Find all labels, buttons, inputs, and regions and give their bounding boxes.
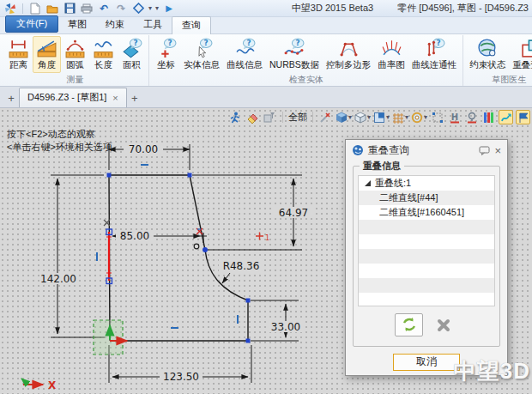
tab-close-icon[interactable]: × [112, 94, 118, 102]
customize-dropdown-icon[interactable]: ▾ [155, 4, 159, 12]
svg-text:70.00: 70.00 [129, 143, 158, 155]
document-title: 零件 [D4596], 草图 - [D4596.Z3 [397, 2, 529, 15]
dialog-title-bar[interactable]: 重叠查询 × [346, 140, 507, 161]
tab-sketch[interactable]: 草图 [58, 16, 96, 33]
dialog-title: 重叠查询 [368, 143, 475, 158]
delete-button[interactable] [430, 313, 458, 336]
document-tab-active[interactable]: D4596.Z3 - [草图1] × [19, 88, 127, 107]
ribbon: 距离 角度 圆弧 长度 面积 测量 [0, 33, 532, 87]
ribbon-group-measure: 距离 角度 圆弧 长度 面积 测量 [2, 35, 149, 86]
new-tab-button[interactable]: + [127, 92, 142, 107]
file-menu-button[interactable]: 文件(F) [5, 15, 58, 33]
svg-text:R48.36: R48.36 [223, 260, 260, 272]
tree-empty-row [359, 249, 494, 264]
tab-tools[interactable]: 工具 [134, 16, 172, 33]
curve-info-button[interactable]: 曲线信息 [223, 36, 266, 73]
app-logo-icon[interactable] [3, 2, 17, 15]
tree-node-line[interactable]: 二维直线[#1660451] [359, 205, 494, 220]
sketch-points[interactable] [106, 173, 251, 343]
dim-offset[interactable]: 85.00 [112, 230, 200, 242]
open-folder-icon[interactable] [45, 2, 59, 15]
cancel-button[interactable]: 取消 [393, 354, 460, 371]
undo-icon[interactable]: ↶ [97, 2, 111, 15]
overlap-query-icon [520, 38, 532, 59]
zw3d-window: ↶ ↷ ▾ ▾ ▶ 中望3D 2015 Beta3 零件 [D4596], 草图… [0, 0, 532, 394]
svg-text:123.50: 123.50 [163, 371, 199, 383]
curvature-plot-icon [381, 38, 402, 59]
refresh-icon [401, 316, 418, 333]
overlap-tree[interactable]: 重叠线:1 二维直线[#44] 二维直线[#1660451] [358, 175, 495, 306]
dim-top-width[interactable]: 70.00 [109, 143, 190, 170]
overlap-info-group: 重叠信息 重叠线:1 二维直线[#44] 二维直线[#1660451] [353, 166, 500, 347]
delete-x-icon [437, 317, 452, 332]
overlap-info-label: 重叠信息 [360, 160, 404, 173]
menu-bar: 文件(F) 草图 约束 工具 查询 [0, 17, 532, 33]
title-bar: ↶ ↷ ▾ ▾ ▶ 中望3D 2015 Beta3 零件 [D4596], 草图… [0, 0, 532, 17]
tab-inquire[interactable]: 查询 [172, 16, 211, 34]
tree-empty-row [359, 278, 494, 293]
arc-button[interactable]: 圆弧 [61, 36, 89, 73]
dim-step-height[interactable]: 33.00 [251, 300, 304, 341]
tree-empty-row [359, 220, 494, 234]
tree-node-root[interactable]: 重叠线:1 [359, 176, 494, 191]
control-polygon-icon [338, 38, 360, 59]
app-title: 中望3D 2015 Beta3 [292, 2, 373, 15]
area-button[interactable]: 面积 [118, 36, 146, 73]
tree-expander-icon[interactable] [365, 180, 371, 186]
overlap-query-button[interactable]: 重叠查询 [509, 36, 532, 73]
curve-info-icon [234, 38, 256, 59]
redo-icon[interactable]: ↷ [114, 2, 128, 15]
dim-left-height[interactable]: 142.00 [39, 175, 105, 337]
new-file-icon[interactable] [28, 2, 42, 15]
help-bubble-icon[interactable] [479, 146, 490, 155]
sketch-viewport[interactable]: 全部 ▾ ▾ ▾ ▾ ▾ [0, 108, 532, 394]
distance-icon [8, 38, 29, 59]
distance-button[interactable]: 距离 [4, 36, 33, 73]
constraint-status-button[interactable]: 约束状态 [466, 36, 509, 73]
group-label-inspect: 检查实体 [152, 74, 460, 86]
group-label-sketch-doctor: 草图医生 [466, 74, 532, 86]
play-icon[interactable]: ▶ [162, 2, 176, 15]
origin-marker[interactable] [94, 320, 127, 355]
entity-info-button[interactable]: 实体信息 [180, 36, 223, 73]
profile-lines[interactable] [109, 175, 248, 341]
tab-constraint[interactable]: 约束 [96, 16, 134, 33]
fillet-arc [205, 250, 248, 300]
print-icon[interactable] [80, 2, 94, 15]
dim-right-height[interactable]: 64.97 [192, 175, 312, 250]
length-button[interactable]: 长度 [89, 36, 118, 73]
tree-empty-row [359, 234, 494, 249]
save-icon[interactable] [63, 2, 76, 15]
dialog-actions [358, 306, 495, 342]
divider [22, 3, 23, 14]
tree-node-line[interactable]: 二维直线[#44] [359, 191, 494, 205]
refresh-button[interactable] [395, 313, 423, 336]
add-tab-button[interactable]: + [3, 92, 19, 107]
control-polygon-button[interactable]: 控制多边形 [323, 36, 375, 73]
constraint-status-icon [477, 38, 499, 59]
svg-text:1: 1 [265, 234, 269, 242]
dialog-app-icon [352, 144, 364, 156]
ribbon-group-sketch-doctor: 约束状态 重叠查询 草图医生 [463, 35, 532, 86]
axis-x-label: X [48, 379, 57, 391]
curve-connectivity-button[interactable]: 曲线连通性 [408, 36, 461, 73]
angle-button[interactable]: 角度 [33, 36, 61, 73]
regen-dropdown-icon[interactable]: ▾ [148, 4, 152, 12]
angle-icon [36, 38, 57, 59]
tree-empty-row [359, 264, 494, 278]
constraint-markers [97, 165, 238, 328]
document-tab-bar: + D4596.Z3 - [草图1] × + [0, 87, 532, 108]
curve-connectivity-icon [424, 38, 445, 59]
dim-radius[interactable]: R48.36 [219, 259, 263, 283]
dim-bottom-width[interactable]: 123.50 [109, 345, 251, 383]
svg-text:142.00: 142.00 [40, 273, 76, 285]
coordinate-button[interactable]: 坐标 [152, 36, 180, 73]
ribbon-group-inspect: 坐标 实体信息 曲线信息 NURBS数据 控制多边形 [149, 35, 463, 86]
svg-text:85.00: 85.00 [120, 230, 149, 242]
slant-line [190, 175, 205, 250]
regen-icon[interactable] [131, 2, 145, 15]
document-tab-label: D4596.Z3 - [草图1] [27, 91, 106, 104]
curvature-plot-button[interactable]: 曲率图 [374, 36, 408, 73]
dialog-close-icon[interactable]: × [494, 144, 501, 157]
nurbs-data-button[interactable]: NURBS数据 [266, 36, 323, 73]
